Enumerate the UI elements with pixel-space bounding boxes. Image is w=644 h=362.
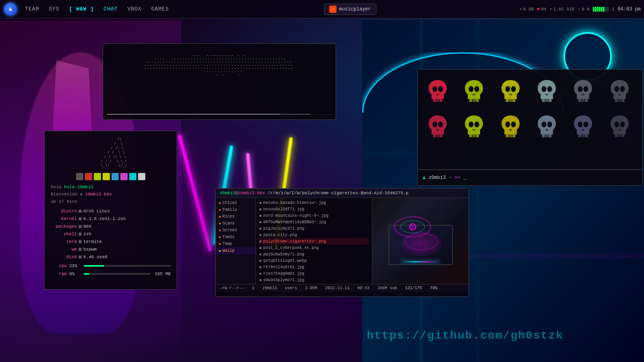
svg-rect-42 <box>469 134 472 137</box>
bar-seg-6 <box>603 7 605 12</box>
menu-chat[interactable]: CHAT <box>99 4 122 14</box>
fm-file-pasta-city.png[interactable]: ◆pasta-city.png <box>259 232 369 238</box>
skull-0-0 <box>423 74 453 107</box>
heart-icon: ♥ <box>537 7 540 12</box>
bar-seg-1 <box>593 7 594 12</box>
menu-waw[interactable]: [ W&W ] <box>65 4 98 14</box>
fm-sidebar-item-rices[interactable]: ■Rices <box>216 213 256 220</box>
sidebar-bullet: ■ <box>219 222 221 225</box>
net-stat: ↑ 0 K <box>578 7 589 12</box>
fm-sidebar-item-chicas[interactable]: ■Chicas <box>216 200 256 206</box>
fm-sidebar-item-tom3s[interactable]: ■Tom3s <box>216 234 256 241</box>
sidebar-bullet: ■ <box>219 215 221 218</box>
svg-point-45 <box>469 121 474 127</box>
menu-games[interactable]: GAMES <box>147 4 173 14</box>
sidebar-bullet: ■ <box>219 235 221 239</box>
sidebar-label: Screen <box>223 228 237 232</box>
file-name: qxtqbtcslxg91.webp <box>263 259 307 263</box>
svg-point-70 <box>620 121 625 127</box>
fm-host: z0mbi3-b0x <box>238 191 265 195</box>
cpu-row: cpu 23% <box>51 262 171 269</box>
fm-file-post_l_cyberpunk_4x.png[interactable]: ◆post_l_cyberpunk_4x.png <box>259 245 369 251</box>
fm-sidebar-item-family[interactable]: ■Family <box>216 206 256 213</box>
fm-owner: z0mbi3 <box>262 286 277 290</box>
svg-rect-67 <box>618 134 621 137</box>
shell-dot <box>78 232 82 236</box>
cpu-pct: 23% <box>69 262 81 269</box>
file-dot: ◆ <box>259 213 262 218</box>
skull-window <box>417 69 643 170</box>
cpu-bar <box>84 265 171 267</box>
packages-label: packages <box>51 223 77 230</box>
fm-sidebar-item-scans[interactable]: ■Scans <box>216 220 256 227</box>
dot-matrix-art: ••• •••••••••• • • •••• ••••••••••••••••… <box>144 51 294 77</box>
fm-file-polychrome-cigarettes~.png[interactable]: ◆polychrome-cigarettes~.png <box>258 238 369 245</box>
ram-label: ram <box>51 270 67 278</box>
svg-point-33 <box>614 86 619 92</box>
svg-point-58 <box>547 121 552 127</box>
svg-point-69 <box>614 121 619 127</box>
brightness-label: 1 <box>612 7 615 12</box>
bar-seg-8 <box>607 7 609 12</box>
svg-rect-32 <box>621 99 624 102</box>
file-name: pwjGu5wSomy71.png <box>263 252 304 257</box>
sidebar-label: Scans <box>223 221 235 226</box>
file-name: 0Hf5uMW4YWp9tidyBDBN3~.jpg <box>263 220 326 224</box>
skull-1-4 <box>568 110 598 142</box>
fm-file-nezuko-kanado-ktmetsu~.jpg[interactable]: ◆nezuko-kanado-ktmetsu~.jpg <box>259 200 369 206</box>
fm-file-pigJuc1ymy371.png[interactable]: ◆pigJuc1ymy371.png <box>259 225 369 232</box>
menu-sys[interactable]: SYS <box>45 4 63 14</box>
sidebar-label: Tom3s <box>223 235 235 239</box>
fm-date: 2022-11-11 <box>325 286 349 290</box>
distro-label: distro <box>51 208 77 215</box>
fm-sidebar-item-wallp[interactable]: ■Wallp <box>216 247 256 254</box>
svg-point-10 <box>475 86 479 92</box>
color-blocks <box>51 173 171 180</box>
fm-file-rk70nJl4u6t81.jpg[interactable]: ◆rk70nJl4u6t81.jpg <box>259 264 369 270</box>
svg-rect-35 <box>618 94 621 95</box>
svg-rect-11 <box>473 94 475 95</box>
fm-file-qxtqbtcslxg91.webp[interactable]: ◆qxtqbtcslxg91.webp <box>259 257 369 264</box>
svg-rect-56 <box>549 134 551 137</box>
skull-prompt-user: z0mbi3 <box>428 175 446 181</box>
filemanager-window: z0mbi3@z0mbi3-b0x /r/m/z/w/I/W/polychrom… <box>215 188 469 297</box>
fm-preview-image <box>372 198 469 284</box>
taskbar-center: ♪ musicplayer <box>181 4 519 15</box>
disk-dot <box>78 255 82 259</box>
fm-file-0Hf5uMW4YWp9tidyBDBN3~.jpg[interactable]: ◆0Hf5uMW4YWp9tidyBDBN3~.jpg <box>259 219 369 225</box>
fm-file-rzxn754ag6m81.jpg[interactable]: ◆rzxn754ag6m81.jpg <box>259 270 369 277</box>
fm-preview <box>372 198 469 284</box>
fm-space <box>265 191 268 195</box>
sidebar-label: Rices <box>223 214 235 219</box>
shell-value: zsh <box>83 230 91 238</box>
file-dot: ◆ <box>259 278 262 282</box>
musicplayer-button[interactable]: ♪ musicplayer <box>324 4 376 15</box>
svg-rect-48 <box>506 134 508 137</box>
fm-file-s0w343plymo71.jpg[interactable]: ◆s0w343plymo71.jpg <box>259 277 369 283</box>
file-dot: ◆ <box>259 258 262 263</box>
kernel-value: 6.1.6-zen1-1-zen <box>83 215 126 222</box>
color-block-0 <box>76 173 83 180</box>
wm-value: bspwm <box>83 246 97 253</box>
fm-file-nord-mountains-night-5~.jpg[interactable]: ◆nord-mountains-night-5~.jpg <box>259 212 369 219</box>
svg-rect-2 <box>440 99 442 102</box>
music-icon: ♪ <box>329 6 336 13</box>
sysinfo-window: /\ / \ / /\ \ / / \ \ / / /\ \ \ /_/ / \… <box>44 131 177 290</box>
fm-file-nnvuv0xJ2df71.jpg[interactable]: ◆nnvuv0xJ2df71.jpg <box>259 206 369 212</box>
taskbar-right: ▪ 6 GB ♥ 0% ▪ 1.02 GiB ↑ 0 K 1 04:03 pm <box>519 6 641 12</box>
menu-team[interactable]: TEAM <box>21 4 43 14</box>
svg-rect-12 <box>506 99 508 102</box>
battery-bar <box>593 7 609 12</box>
skull-0-3 <box>532 74 562 107</box>
file-dot: ◆ <box>259 245 262 250</box>
fm-sidebar-item-temp[interactable]: ■Temp <box>216 241 256 247</box>
fm-sidebar-item-screen[interactable]: ■Screen <box>216 227 256 234</box>
menu-vbox[interactable]: VBOX <box>123 4 145 14</box>
sidebar-bullet: ■ <box>219 201 221 205</box>
sidebar-label: Family <box>223 208 237 212</box>
svg-rect-68 <box>621 134 624 137</box>
fm-file-pwjGu5wSomy71.png[interactable]: ◆pwjGu5wSomy71.png <box>259 251 369 257</box>
bar-seg-2 <box>595 7 597 12</box>
sidebar-label: Wallp <box>223 249 235 253</box>
username-greeting: hola z0mbi3 <box>64 185 93 189</box>
